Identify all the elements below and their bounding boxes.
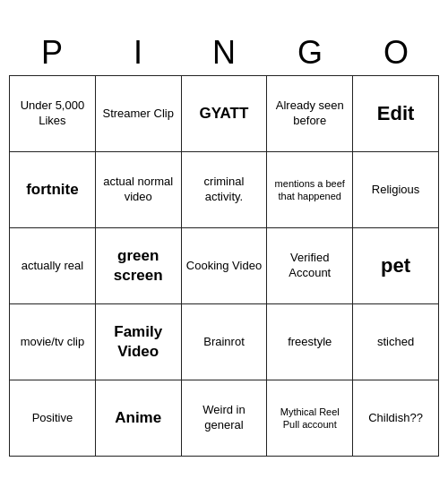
table-cell[interactable]: freestyle xyxy=(267,304,353,380)
bingo-header: P I N G O xyxy=(9,30,439,75)
table-cell[interactable]: Weird in general xyxy=(181,380,267,457)
table-cell[interactable]: Edit xyxy=(353,76,439,152)
table-row: fortniteactual normal videocriminal acti… xyxy=(10,152,439,228)
table-cell[interactable]: fortnite xyxy=(10,152,96,228)
table-cell[interactable]: Anime xyxy=(95,380,181,457)
table-cell[interactable]: Religious xyxy=(353,152,439,228)
table-cell[interactable]: Cooking Video xyxy=(181,228,267,304)
table-cell[interactable]: Mythical Reel Pull account xyxy=(267,380,353,457)
table-cell[interactable]: green screen xyxy=(95,228,181,304)
table-cell[interactable]: stiched xyxy=(353,304,439,380)
bingo-card-container: P I N G O Under 5,000 LikesStreamer Clip… xyxy=(9,30,439,457)
table-cell[interactable]: Already seen before xyxy=(267,76,353,152)
table-row: movie/tv clipFamily VideoBrainrotfreesty… xyxy=(10,304,439,380)
table-cell[interactable]: pet xyxy=(353,228,439,304)
table-cell[interactable]: Verified Account xyxy=(267,228,353,304)
header-o: O xyxy=(353,30,439,75)
table-cell[interactable]: actual normal video xyxy=(95,152,181,228)
header-n: N xyxy=(181,30,267,75)
table-cell[interactable]: Family Video xyxy=(95,304,181,380)
header-i: I xyxy=(95,30,181,75)
table-row: PositiveAnimeWeird in generalMythical Re… xyxy=(10,380,439,457)
table-cell[interactable]: criminal activity. xyxy=(181,152,267,228)
table-cell[interactable]: GYATT xyxy=(181,76,267,152)
table-cell[interactable]: Positive xyxy=(10,380,96,457)
table-cell[interactable]: Streamer Clip xyxy=(95,76,181,152)
table-row: Under 5,000 LikesStreamer ClipGYATTAlrea… xyxy=(10,76,439,152)
table-cell[interactable]: mentions a beef that happened xyxy=(267,152,353,228)
bingo-table: Under 5,000 LikesStreamer ClipGYATTAlrea… xyxy=(9,75,439,457)
table-row: actually realgreen screenCooking VideoVe… xyxy=(10,228,439,304)
table-cell[interactable]: Brainrot xyxy=(181,304,267,380)
table-cell[interactable]: actually real xyxy=(10,228,96,304)
table-cell[interactable]: Childish?? xyxy=(353,380,439,457)
table-cell[interactable]: movie/tv clip xyxy=(10,304,96,380)
table-cell[interactable]: Under 5,000 Likes xyxy=(10,76,96,152)
header-g: G xyxy=(267,30,353,75)
header-p: P xyxy=(9,30,95,75)
